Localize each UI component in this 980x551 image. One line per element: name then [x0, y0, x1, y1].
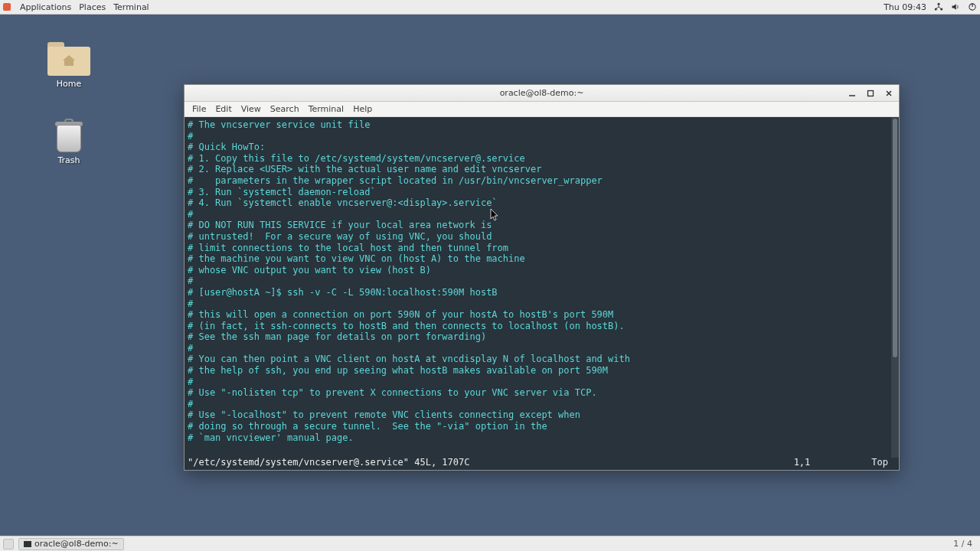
panel-left-group: Applications Places Terminal [3, 2, 149, 12]
system-top-panel: Applications Places Terminal Thu 09:43 [0, 0, 980, 15]
svg-point-0 [938, 3, 940, 5]
menu-edit[interactable]: Edit [215, 104, 231, 114]
window-close-button[interactable] [882, 88, 896, 99]
menu-terminal[interactable]: Terminal [309, 104, 345, 114]
distro-icon [3, 3, 11, 11]
desktop-icon-home[interactable]: Home [38, 42, 100, 89]
taskbar-entry-label: oracle@ol8-demo:~ [34, 539, 119, 549]
vim-status-pos: Top [871, 457, 888, 468]
menu-search[interactable]: Search [270, 104, 299, 114]
panel-menu-applications[interactable]: Applications [20, 2, 71, 12]
panel-clock[interactable]: Thu 09:43 [884, 2, 926, 12]
window-buttons [845, 88, 896, 99]
vim-status-cursor: 1,1 [794, 457, 811, 468]
terminal-scrollbar-thumb[interactable] [893, 119, 897, 357]
window-minimize-button[interactable] [845, 88, 859, 99]
window-title: oracle@ol8-demo:~ [185, 88, 899, 98]
panel-menu-terminal[interactable]: Terminal [113, 2, 149, 12]
network-icon[interactable] [934, 2, 943, 11]
desktop-icon-home-label: Home [38, 79, 100, 89]
workspace-indicator[interactable]: 1 / 4 [953, 539, 977, 549]
menu-view[interactable]: View [241, 104, 261, 114]
power-icon[interactable] [968, 2, 977, 11]
panel-right-group: Thu 09:43 [884, 2, 977, 12]
panel-menu-places[interactable]: Places [79, 2, 106, 12]
trash-icon [55, 119, 83, 152]
window-maximize-button[interactable] [864, 88, 877, 99]
terminal-content[interactable]: # The vncserver service unit file # # Qu… [185, 117, 899, 470]
terminal-scrollbar[interactable] [891, 117, 899, 458]
menu-file[interactable]: File [192, 104, 206, 114]
desktop-icon-trash[interactable]: Trash [38, 119, 100, 165]
svg-rect-6 [868, 90, 874, 96]
menu-help[interactable]: Help [353, 104, 372, 114]
volume-icon[interactable] [951, 2, 960, 11]
folder-icon [47, 42, 90, 76]
window-list-panel: oracle@ol8-demo:~ 1 / 4 [0, 536, 980, 551]
mouse-pointer-icon [490, 208, 499, 222]
taskbar-entry-terminal[interactable]: oracle@ol8-demo:~ [18, 538, 124, 550]
vim-status-file: "/etc/systemd/system/vncserver@.service"… [188, 457, 469, 468]
vim-status-line: "/etc/systemd/system/vncserver@.service"… [188, 457, 888, 468]
terminal-icon [24, 541, 31, 547]
desktop-icon-trash-label: Trash [38, 155, 100, 165]
show-desktop-button[interactable] [3, 539, 14, 549]
terminal-menubar: File Edit View Search Terminal Help [185, 102, 899, 117]
window-titlebar[interactable]: oracle@ol8-demo:~ [185, 85, 899, 102]
terminal-window: oracle@ol8-demo:~ File Edit View Search … [184, 84, 900, 471]
